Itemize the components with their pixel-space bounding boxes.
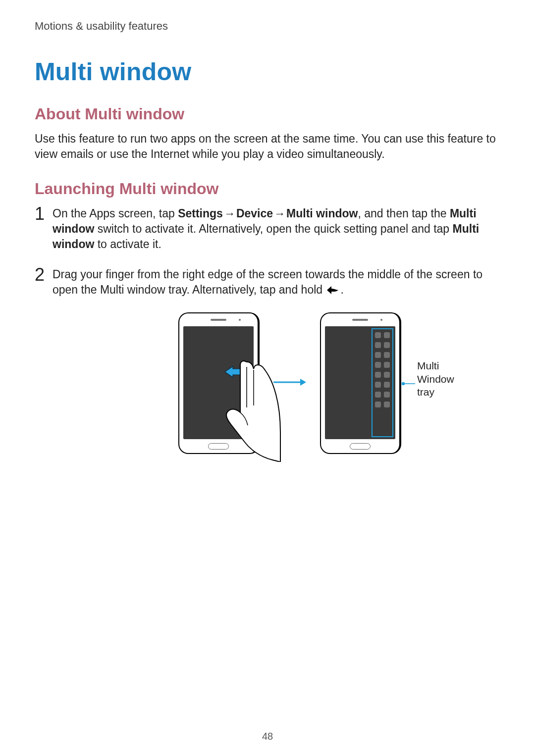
text: Drag your finger from the right edge of … — [53, 268, 482, 296]
phone-screen — [183, 326, 254, 439]
arrow-icon: → — [223, 206, 236, 221]
step-2: 2 Drag your finger from the right edge o… — [35, 267, 500, 298]
text: switch to activate it. Alternatively, op… — [94, 222, 452, 235]
tray-app-icon — [375, 342, 381, 348]
step-1: 1 On the Apps screen, tap Settings → Dev… — [35, 206, 500, 252]
step-text: Drag your finger from the right edge of … — [53, 267, 500, 298]
callout-label: Multi Window tray — [417, 359, 454, 399]
arrow-icon: → — [273, 206, 286, 221]
text: . — [340, 283, 343, 296]
nav-settings: Settings — [178, 207, 223, 220]
svg-point-3 — [402, 382, 405, 385]
page-title: Multi window — [35, 57, 500, 86]
multi-window-tray — [372, 328, 393, 437]
tray-row — [375, 382, 390, 388]
step-text: On the Apps screen, tap Settings → Devic… — [53, 206, 500, 252]
tray-row — [375, 392, 390, 398]
camera-dot — [239, 319, 241, 321]
tray-app-icon — [384, 372, 390, 378]
section-heading-about: About Multi window — [35, 105, 500, 123]
phone-illustration-left — [178, 312, 260, 454]
tray-app-icon — [375, 362, 381, 368]
svg-marker-0 — [225, 366, 242, 377]
text: On the Apps screen, tap — [53, 207, 178, 220]
page-number: 48 — [0, 731, 535, 742]
section-heading-launching: Launching Multi window — [35, 180, 500, 198]
tray-row — [375, 362, 390, 368]
home-button — [350, 443, 371, 450]
tray-app-icon — [384, 362, 390, 368]
tray-app-icon — [375, 332, 381, 338]
breadcrumb: Motions & usability features — [35, 20, 500, 33]
phone-screen — [325, 326, 395, 439]
tray-app-icon — [375, 352, 381, 358]
steps-list: 1 On the Apps screen, tap Settings → Dev… — [35, 206, 500, 298]
phone-illustration-right — [320, 312, 401, 454]
tray-app-icon — [384, 332, 390, 338]
home-button — [208, 443, 229, 450]
text: , and then tap the — [358, 207, 449, 220]
earpiece — [352, 319, 368, 321]
figure: Multi Window tray — [79, 312, 500, 454]
transition-arrow-icon — [273, 378, 306, 389]
svg-marker-2 — [300, 379, 306, 386]
back-icon — [325, 284, 340, 295]
text: to activate it. — [94, 238, 161, 251]
tray-app-icon — [384, 382, 390, 388]
step-number: 2 — [35, 266, 53, 284]
earpiece — [211, 319, 226, 321]
tray-row — [375, 352, 390, 358]
tray-app-icon — [384, 352, 390, 358]
tray-row — [375, 332, 390, 338]
tray-app-icon — [375, 372, 381, 378]
tray-row — [375, 372, 390, 378]
swipe-left-arrow-icon — [225, 365, 243, 380]
nav-multiwindow: Multi window — [286, 207, 358, 220]
tray-app-icon — [384, 392, 390, 398]
tray-app-icon — [384, 402, 390, 407]
tray-app-icon — [375, 402, 381, 407]
tray-app-icon — [375, 382, 381, 388]
tray-app-icon — [384, 342, 390, 348]
callout: Multi Window tray — [401, 359, 454, 399]
camera-dot — [380, 319, 382, 321]
about-paragraph: Use this feature to run two apps on the … — [35, 131, 500, 162]
tray-app-icon — [375, 392, 381, 398]
document-page: Motions & usability features Multi windo… — [0, 0, 535, 756]
tray-row — [375, 402, 390, 407]
nav-device: Device — [236, 207, 273, 220]
tray-row — [375, 342, 390, 348]
phone-illustration-right-wrap: Multi Window tray — [320, 312, 401, 454]
step-number: 1 — [35, 205, 53, 223]
